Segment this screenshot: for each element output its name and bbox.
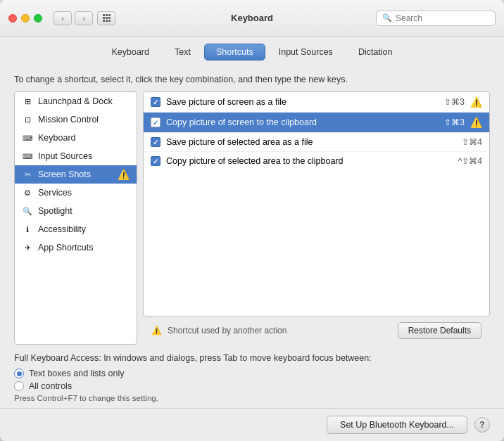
maximize-button[interactable] xyxy=(34,14,42,23)
shortcut-checkbox-save-area[interactable] xyxy=(151,137,160,147)
services-icon: ⚙ xyxy=(22,187,33,198)
sidebar-item-label: Screen Shots xyxy=(38,170,91,179)
main-panel: ⊞ Launchpad & Dock ⊡ Mission Control ⌨ K… xyxy=(14,91,490,345)
shortcut-keys-save-screen: ⇧⌘3 xyxy=(444,97,465,107)
sidebar-item-label: Spotlight xyxy=(38,206,73,216)
shortcut-label-copy-screen: Copy picture of screen to the clipboard xyxy=(166,117,439,127)
radio-row-text-boxes[interactable]: Text boxes and lists only xyxy=(14,369,490,378)
bottom-bar: Set Up Bluetooth Keyboard... ? xyxy=(0,408,504,441)
shortcut-keys-copy-area: ^⇧⌘4 xyxy=(458,156,482,166)
shortcut-label-copy-area: Copy picture of selected area to the cli… xyxy=(166,156,453,166)
screenshots-icon: ✂ xyxy=(22,169,33,180)
search-input[interactable] xyxy=(396,13,489,23)
traffic-lights xyxy=(8,14,42,23)
sidebar-item-app-shortcuts[interactable]: ✈ App Shortcuts xyxy=(15,238,137,257)
radio-all-controls[interactable] xyxy=(14,381,24,391)
sidebar-item-label: Input Sources xyxy=(38,151,92,161)
forward-button[interactable]: › xyxy=(75,11,93,25)
sidebar-item-label: Accessibility xyxy=(38,224,86,234)
keyboard-icon: ⌨ xyxy=(22,132,33,143)
fka-hint: Press Control+F7 to change this setting. xyxy=(14,394,490,402)
shortcut-row-copy-screen[interactable]: Copy picture of screen to the clipboard … xyxy=(144,113,489,133)
shortcut-row-save-screen[interactable]: Save picture of screen as a file ⇧⌘3 ⚠️ xyxy=(144,92,489,113)
sidebar-item-label: Mission Control xyxy=(38,115,99,124)
shortcut-warning-text: Shortcut used by another action xyxy=(168,326,286,335)
launchpad-icon: ⊞ xyxy=(22,96,33,107)
radio-text-boxes[interactable] xyxy=(14,369,24,378)
content-area: To change a shortcut, select it, click t… xyxy=(0,66,504,408)
shortcut-row-save-area[interactable]: Save picture of selected area as a file … xyxy=(144,133,489,152)
instruction-text: To change a shortcut, select it, click t… xyxy=(14,75,490,84)
fka-title: Full Keyboard Access: In windows and dia… xyxy=(14,353,490,363)
grid-button[interactable] xyxy=(97,11,115,25)
warning-icon-footer: ⚠️ xyxy=(151,326,162,335)
shortcuts-panel-container: Save picture of screen as a file ⇧⌘3 ⚠️ … xyxy=(143,91,490,345)
sidebar-item-accessibility[interactable]: ℹ Accessibility xyxy=(15,220,137,238)
mission-control-icon: ⊡ xyxy=(22,114,33,125)
sidebar-item-screen-shots[interactable]: ✂ Screen Shots ⚠️ xyxy=(15,165,137,184)
setup-bluetooth-button[interactable]: Set Up Bluetooth Keyboard... xyxy=(327,416,467,434)
restore-defaults-button[interactable]: Restore Defaults xyxy=(398,322,481,339)
keyboard-preferences-window: ‹ › Keyboard 🔍 Keyboard Text Shortcuts I… xyxy=(0,0,504,441)
tabs-bar: Keyboard Text Shortcuts Input Sources Di… xyxy=(0,37,504,66)
spotlight-icon: 🔍 xyxy=(22,205,33,217)
radio-label-text-boxes: Text boxes and lists only xyxy=(29,369,125,378)
close-button[interactable] xyxy=(8,14,17,23)
sidebar-item-label: Keyboard xyxy=(38,133,76,143)
sidebar-item-launchpad[interactable]: ⊞ Launchpad & Dock xyxy=(15,92,137,110)
tab-dictation[interactable]: Dictation xyxy=(346,44,405,60)
warning-badge: ⚠️ xyxy=(118,169,130,180)
radio-label-all-controls: All controls xyxy=(29,381,72,391)
sidebar-item-input-sources[interactable]: ⌨ Input Sources xyxy=(15,147,137,165)
help-button[interactable]: ? xyxy=(474,417,490,433)
shortcut-row-copy-area[interactable]: Copy picture of selected area to the cli… xyxy=(144,152,489,170)
titlebar: ‹ › Keyboard 🔍 xyxy=(0,0,504,37)
sidebar-item-spotlight[interactable]: 🔍 Spotlight xyxy=(15,202,137,220)
input-sources-icon: ⌨ xyxy=(22,151,33,162)
sidebar-item-label: App Shortcuts xyxy=(38,243,94,253)
sidebar-item-keyboard[interactable]: ⌨ Keyboard xyxy=(15,129,137,147)
shortcut-label-save-area: Save picture of selected area as a file xyxy=(166,137,456,147)
shortcuts-panel: Save picture of screen as a file ⇧⌘3 ⚠️ … xyxy=(143,91,490,317)
window-title: Keyboard xyxy=(231,13,273,23)
warning-icon-save-screen: ⚠️ xyxy=(470,96,482,108)
tab-keyboard[interactable]: Keyboard xyxy=(99,44,161,60)
tab-input-sources[interactable]: Input Sources xyxy=(267,44,345,60)
sidebar-item-label: Services xyxy=(38,188,72,198)
sidebar-item-label: Launchpad & Dock xyxy=(38,96,113,106)
shortcuts-footer: ⚠️ Shortcut used by another action Resto… xyxy=(143,317,490,345)
back-button[interactable]: ‹ xyxy=(53,11,72,25)
search-icon: 🔍 xyxy=(382,13,392,23)
shortcut-label-save-screen: Save picture of screen as a file xyxy=(166,97,439,107)
sidebar-item-mission-control[interactable]: ⊡ Mission Control xyxy=(15,110,137,129)
shortcut-checkbox-copy-area[interactable] xyxy=(151,156,160,166)
nav-buttons: ‹ › xyxy=(53,11,93,25)
accessibility-icon: ℹ xyxy=(22,224,33,235)
tab-shortcuts[interactable]: Shortcuts xyxy=(204,44,265,60)
sidebar-item-services[interactable]: ⚙ Services xyxy=(15,184,137,202)
full-keyboard-access-section: Full Keyboard Access: In windows and dia… xyxy=(14,345,490,408)
radio-row-all-controls[interactable]: All controls xyxy=(14,381,490,391)
minimize-button[interactable] xyxy=(21,14,30,23)
shortcut-checkbox-save-screen[interactable] xyxy=(151,97,160,107)
app-shortcuts-icon: ✈ xyxy=(22,242,33,253)
tab-text[interactable]: Text xyxy=(163,44,203,60)
sidebar: ⊞ Launchpad & Dock ⊡ Mission Control ⌨ K… xyxy=(14,91,137,345)
shortcut-keys-copy-screen: ⇧⌘3 xyxy=(444,117,465,127)
shortcut-keys-save-area: ⇧⌘4 xyxy=(462,137,482,147)
warning-icon-copy-screen: ⚠️ xyxy=(470,117,482,128)
shortcut-checkbox-copy-screen[interactable] xyxy=(151,117,160,127)
search-box[interactable]: 🔍 xyxy=(376,11,496,26)
